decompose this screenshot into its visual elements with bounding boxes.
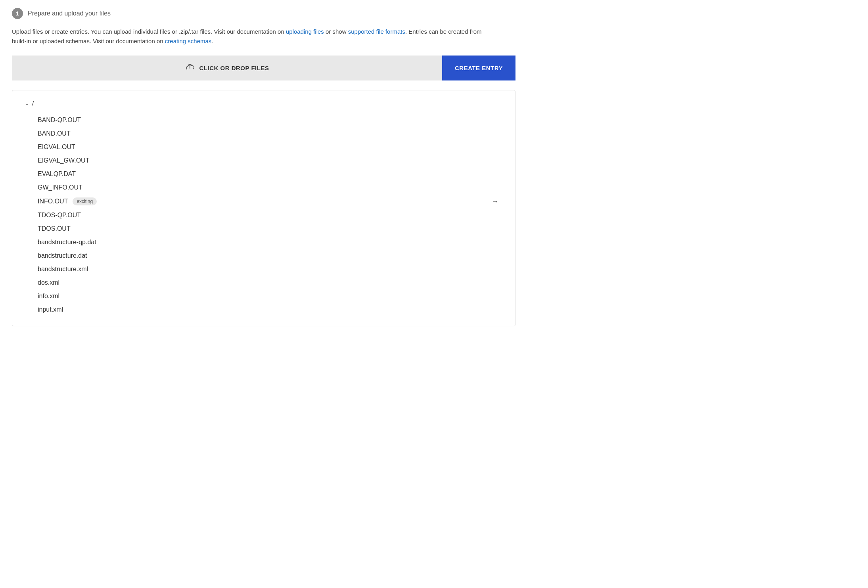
file-list: BAND-QP.OUTBAND.OUTEIGVAL.OUTEIGVAL_GW.O… [25, 113, 502, 316]
file-name: info.xml [38, 293, 59, 300]
list-item: EIGVAL_GW.OUT [38, 154, 502, 167]
description: Upload files or create entries. You can … [12, 27, 488, 46]
step-number: 1 [12, 8, 23, 19]
description-text-4: . [211, 38, 213, 44]
arrow-right-icon[interactable]: → [491, 197, 498, 206]
file-name: input.xml [38, 306, 63, 313]
file-tree-container: ⌄ / BAND-QP.OUTBAND.OUTEIGVAL.OUTEIGVAL_… [12, 90, 515, 326]
list-item: bandstructure-qp.dat [38, 236, 502, 249]
file-name: BAND.OUT [38, 130, 71, 137]
file-name: GW_INFO.OUT [38, 184, 82, 191]
file-name: EIGVAL.OUT [38, 144, 75, 151]
list-item: GW_INFO.OUT [38, 181, 502, 194]
chevron-down-icon[interactable]: ⌄ [25, 101, 29, 106]
file-name: INFO.OUT [38, 198, 68, 205]
create-entry-button[interactable]: CREATE ENTRY [442, 56, 515, 80]
list-item: EIGVAL.OUT [38, 140, 502, 154]
file-name: EVALQP.DAT [38, 170, 76, 178]
description-text-1: Upload files or create entries. You can … [12, 28, 286, 35]
list-item: EVALQP.DAT [38, 167, 502, 181]
file-name: bandstructure.xml [38, 266, 88, 273]
file-name: bandstructure-qp.dat [38, 239, 96, 246]
list-item[interactable]: INFO.OUTexciting→ [38, 194, 502, 209]
list-item: dos.xml [38, 276, 502, 289]
upload-label: CLICK OR DROP FILES [199, 65, 269, 71]
list-item: bandstructure.dat [38, 249, 502, 262]
file-name: BAND-QP.OUT [38, 117, 81, 124]
uploading-files-link[interactable]: uploading files [286, 28, 324, 35]
upload-cloud-icon [185, 63, 195, 73]
file-name: TDOS.OUT [38, 225, 71, 232]
root-label: / [32, 100, 34, 107]
file-name: dos.xml [38, 279, 59, 286]
list-item: TDOS-QP.OUT [38, 209, 502, 222]
supported-file-formats-link[interactable]: supported file formats [348, 28, 405, 35]
tree-root: ⌄ / [25, 100, 502, 107]
action-bar: CLICK OR DROP FILES CREATE ENTRY [12, 56, 515, 80]
file-name: EIGVAL_GW.OUT [38, 157, 89, 164]
file-name: bandstructure.dat [38, 252, 87, 259]
list-item: bandstructure.xml [38, 262, 502, 276]
file-name: TDOS-QP.OUT [38, 212, 81, 219]
list-item: info.xml [38, 289, 502, 303]
step-title: Prepare and upload your files [28, 10, 111, 17]
step-header: 1 Prepare and upload your files [12, 8, 856, 19]
list-item: input.xml [38, 303, 502, 316]
description-text-2: or show [324, 28, 348, 35]
list-item: BAND-QP.OUT [38, 113, 502, 127]
list-item: TDOS.OUT [38, 222, 502, 236]
file-badge: exciting [73, 197, 97, 205]
upload-area[interactable]: CLICK OR DROP FILES [12, 56, 442, 80]
creating-schemas-link[interactable]: creating schemas [165, 38, 212, 44]
list-item: BAND.OUT [38, 127, 502, 140]
